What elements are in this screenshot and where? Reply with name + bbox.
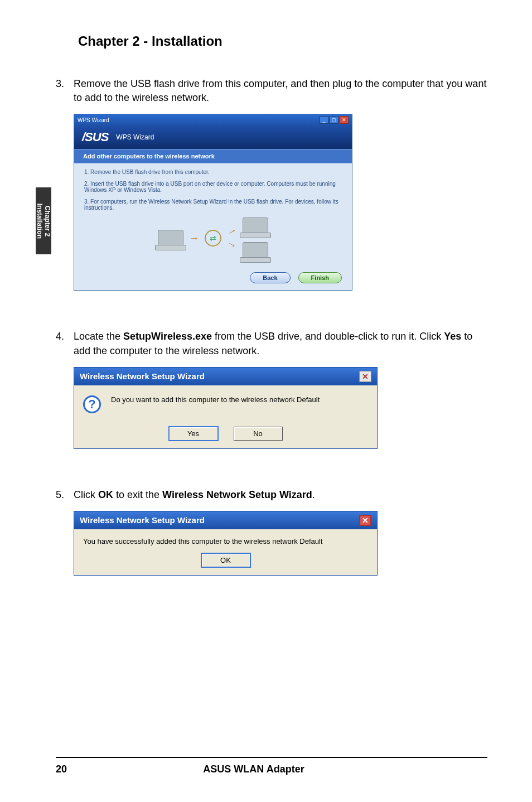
step-5-mid: to exit the xyxy=(113,489,162,500)
wps-line3: 3. For computers, run the Wireless Netwo… xyxy=(84,199,342,211)
page-footer: 20 ASUS WLAN Adapter xyxy=(0,757,532,775)
minimize-icon[interactable]: _ xyxy=(320,116,328,124)
step-5-bold1: OK xyxy=(98,489,113,500)
confirm-dialog: Wireless Network Setup Wizard ✕ ? Do you… xyxy=(74,367,378,449)
step-4-mid: from the USB drive, and double-click to … xyxy=(212,331,444,342)
question-icon: ? xyxy=(83,395,101,413)
wps-illustration: → ⇄ → → xyxy=(84,218,342,259)
wps-title-text: WPS Wizard xyxy=(78,117,109,123)
step-4-num: 4. xyxy=(56,330,74,357)
close-icon[interactable]: ✕ xyxy=(359,515,371,526)
side-tab-line1: Chapter 2 xyxy=(43,203,51,238)
step-5-text: Click OK to exit the Wireless Network Se… xyxy=(74,488,487,502)
step-3: 3. Remove the USB flash drive from this … xyxy=(56,77,487,105)
laptop-icon xyxy=(158,230,183,247)
close-icon[interactable]: ✕ xyxy=(340,116,349,124)
success-dialog-titlebar: Wireless Network Setup Wizard ✕ xyxy=(74,511,377,529)
step-5-bold2: Wireless Network Setup Wizard xyxy=(162,489,312,500)
wps-wizard-window: WPS Wizard _ □ ✕ /SUS WPS Wizard Add oth… xyxy=(74,114,352,291)
page-number: 20 xyxy=(56,764,67,775)
back-button[interactable]: Back xyxy=(250,272,290,283)
step-4-prefix: Locate the xyxy=(74,331,123,342)
yes-button[interactable]: Yes xyxy=(169,427,218,441)
step-5-suffix: . xyxy=(312,489,315,500)
wps-line1: 1. Remove the USB flash drive from this … xyxy=(84,169,342,175)
product-name: ASUS WLAN Adapter xyxy=(203,764,304,775)
step-5-prefix: Click xyxy=(74,489,98,500)
success-dialog: Wireless Network Setup Wizard ✕ You have… xyxy=(74,511,378,576)
confirm-dialog-title: Wireless Network Setup Wizard xyxy=(80,371,205,381)
arrow-upper-icon: → xyxy=(225,224,239,239)
side-tab-line2: Installation xyxy=(36,203,43,238)
step-4: 4. Locate the SetupWireless.exe from the… xyxy=(56,330,487,357)
wps-brand-sub: WPS Wizard xyxy=(116,133,154,141)
usb-icon: ⇄ xyxy=(205,230,221,247)
no-button[interactable]: No xyxy=(234,427,283,441)
finish-button[interactable]: Finish xyxy=(298,272,342,283)
wps-line2: 2. Insert the USB flash drive into a USB… xyxy=(84,181,342,193)
step-4-text: Locate the SetupWireless.exe from the US… xyxy=(74,330,487,357)
wps-titlebar: WPS Wizard _ □ ✕ xyxy=(74,114,352,125)
arrow-lower-icon: → xyxy=(225,237,239,252)
step-5-num: 5. xyxy=(56,488,74,502)
maximize-icon[interactable]: □ xyxy=(330,116,338,124)
wps-brand-bar: /SUS WPS Wizard xyxy=(74,125,352,149)
confirm-dialog-message: Do you want to add this computer to the … xyxy=(111,395,320,404)
side-tab: Chapter 2 Installation xyxy=(36,187,51,254)
step-3-text: Remove the USB flash drive from this com… xyxy=(74,77,487,105)
wps-banner: Add other computers to the wireless netw… xyxy=(74,149,352,163)
confirm-dialog-titlebar: Wireless Network Setup Wizard ✕ xyxy=(74,368,377,385)
chapter-title: Chapter 2 - Installation xyxy=(78,33,487,49)
step-4-bold2: Yes xyxy=(444,331,461,342)
step-5: 5. Click OK to exit the Wireless Network… xyxy=(56,488,487,502)
laptop-icon xyxy=(243,218,268,234)
wps-body: 1. Remove the USB flash drive from this … xyxy=(74,163,352,290)
ok-button[interactable]: OK xyxy=(201,553,250,567)
success-dialog-message: You have successfully added this compute… xyxy=(83,537,368,545)
close-icon[interactable]: ✕ xyxy=(359,371,371,382)
step-3-num: 3. xyxy=(56,77,74,105)
success-dialog-title: Wireless Network Setup Wizard xyxy=(80,515,205,525)
arrow-right-icon: → xyxy=(189,233,199,244)
step-4-bold1: SetupWireless.exe xyxy=(123,331,212,342)
laptop-icon xyxy=(243,242,268,259)
asus-logo: /SUS xyxy=(82,130,108,144)
